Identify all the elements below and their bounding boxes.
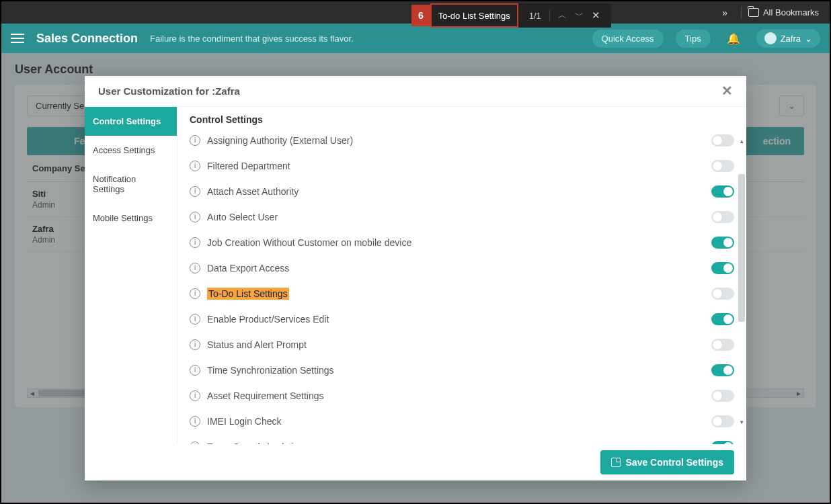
setting-toggle[interactable] (711, 288, 734, 300)
settings-panel: Control Settings iAssigning Authority (E… (177, 107, 746, 444)
setting-label: Time Synchronization Settings (207, 365, 711, 376)
info-icon[interactable]: i (190, 135, 200, 146)
tagline: Failure is the condiment that gives succ… (150, 34, 354, 44)
setting-label: To-Do List Settings (207, 288, 289, 300)
setting-toggle[interactable] (711, 364, 734, 376)
side-tab-notification-settings[interactable]: Notification Settings (85, 165, 177, 204)
info-icon[interactable]: i (190, 212, 200, 222)
scroll-up-arrow[interactable]: ▴ (738, 138, 745, 144)
info-icon[interactable]: i (190, 365, 200, 376)
info-icon[interactable]: i (190, 390, 200, 401)
setting-toggle[interactable] (711, 441, 734, 444)
find-count: 1/1 (529, 11, 541, 21)
setting-label: Asset Requirement Settings (207, 390, 711, 401)
setting-label: IMEI Login Check (207, 416, 711, 427)
setting-label: Assigning Authority (External User) (207, 135, 711, 146)
setting-toggle[interactable] (711, 390, 734, 402)
setting-row: iTo-Do List Settings (190, 281, 742, 306)
setting-toggle[interactable] (711, 237, 734, 249)
menu-button[interactable] (11, 34, 24, 43)
setting-toggle[interactable] (711, 313, 734, 325)
avatar-icon (764, 32, 777, 44)
find-controls: 1/1 ︿ ﹀ ✕ (518, 3, 611, 28)
find-close-button[interactable]: ✕ (592, 9, 600, 22)
setting-row: iTime Synchronization Settings (190, 358, 742, 383)
bell-icon[interactable]: 🔔 (727, 32, 740, 45)
setting-label: Attach Asset Authority (207, 186, 711, 197)
info-icon[interactable]: i (190, 186, 200, 197)
app-header: Sales Connection Failure is the condimen… (1, 24, 830, 53)
setting-label: Status and Alert Prompt (207, 339, 711, 350)
divider (549, 9, 550, 22)
setting-row: iTeam Growth Analytics (190, 434, 742, 444)
scroll-down-arrow[interactable]: ▾ (738, 419, 745, 425)
brand-title: Sales Connection (36, 32, 138, 46)
setting-row: iEnable Product/Services Edit (190, 306, 742, 332)
divider (741, 7, 742, 19)
setting-row: iAuto Select User (190, 204, 742, 230)
panel-title: Control Settings (177, 107, 746, 128)
setting-row: iStatus and Alert Prompt (190, 332, 742, 358)
save-icon (611, 458, 621, 467)
info-icon[interactable]: i (190, 339, 200, 350)
setting-label: Team Growth Analytics (207, 442, 711, 444)
quick-access-button[interactable]: Quick Access (592, 30, 664, 48)
find-step-badge: 6 (411, 5, 430, 26)
setting-label: Job Creation Without Customer on mobile … (207, 237, 711, 248)
user-name: Zafra (781, 34, 801, 44)
modal-close-button[interactable]: ✕ (721, 83, 733, 99)
modal-title-prefix: User Customization for : (98, 85, 215, 97)
settings-scrollbar[interactable]: ▴ ▾ (738, 147, 745, 416)
modal-side-tabs: Control SettingsAccess SettingsNotificat… (85, 107, 177, 444)
all-bookmarks-label: All Bookmarks (763, 7, 819, 17)
settings-list: iAssigning Authority (External User)iFil… (177, 128, 746, 444)
setting-toggle[interactable] (711, 160, 734, 172)
setting-row: iAsset Requirement Settings (190, 383, 742, 409)
chevron-down-icon: ⌄ (805, 34, 812, 44)
find-prev-button[interactable]: ︿ (558, 9, 567, 22)
setting-row: iAttach Asset Authority (190, 179, 742, 204)
info-icon[interactable]: i (190, 314, 200, 325)
setting-row: iIMEI Login Check (190, 409, 742, 434)
setting-row: iFiltered Department (190, 153, 742, 179)
info-icon[interactable]: i (190, 263, 200, 274)
setting-label: Filtered Department (207, 161, 711, 171)
setting-toggle[interactable] (711, 185, 734, 198)
modal-header: User Customization for : Zafra ✕ (85, 76, 746, 107)
find-input[interactable]: To-do List Settings (430, 3, 518, 28)
setting-label: Auto Select User (207, 212, 711, 222)
info-icon[interactable]: i (190, 416, 200, 427)
modal-footer: Save Control Settings (85, 444, 746, 480)
setting-toggle[interactable] (711, 211, 734, 223)
side-tab-mobile-settings[interactable]: Mobile Settings (85, 204, 177, 233)
find-bar: 6 To-do List Settings 1/1 ︿ ﹀ ✕ (411, 3, 611, 28)
setting-toggle[interactable] (711, 415, 734, 427)
user-customization-modal: User Customization for : Zafra ✕ Control… (85, 76, 746, 480)
setting-row: iJob Creation Without Customer on mobile… (190, 230, 742, 255)
modal-title-user: Zafra (215, 85, 240, 97)
setting-row: iAssigning Authority (External User) (190, 128, 742, 153)
info-icon[interactable]: i (190, 442, 200, 444)
scroll-thumb[interactable] (738, 174, 745, 322)
info-icon[interactable]: i (190, 288, 200, 299)
user-menu[interactable]: Zafra ⌄ (756, 29, 820, 48)
all-bookmarks-button[interactable]: All Bookmarks (748, 7, 819, 17)
chevrons-icon[interactable]: » (722, 7, 727, 18)
save-control-settings-button[interactable]: Save Control Settings (600, 450, 734, 474)
find-query-text: To-do List Settings (438, 11, 510, 21)
folder-icon (748, 8, 759, 17)
setting-toggle[interactable] (711, 339, 734, 351)
modal-overlay: User Customization for : Zafra ✕ Control… (1, 53, 830, 503)
side-tab-control-settings[interactable]: Control Settings (85, 107, 177, 136)
setting-row: iData Export Access (190, 255, 742, 281)
find-next-button[interactable]: ﹀ (575, 9, 584, 22)
side-tab-access-settings[interactable]: Access Settings (85, 136, 177, 165)
page: User Account Currently Se ⌄ Fe ection Co… (1, 53, 830, 503)
setting-label: Data Export Access (207, 263, 711, 274)
tips-button[interactable]: Tips (676, 30, 711, 48)
info-icon[interactable]: i (190, 237, 200, 248)
setting-toggle[interactable] (711, 134, 734, 146)
setting-toggle[interactable] (711, 262, 734, 274)
info-icon[interactable]: i (190, 161, 200, 171)
setting-label: Enable Product/Services Edit (207, 314, 711, 325)
